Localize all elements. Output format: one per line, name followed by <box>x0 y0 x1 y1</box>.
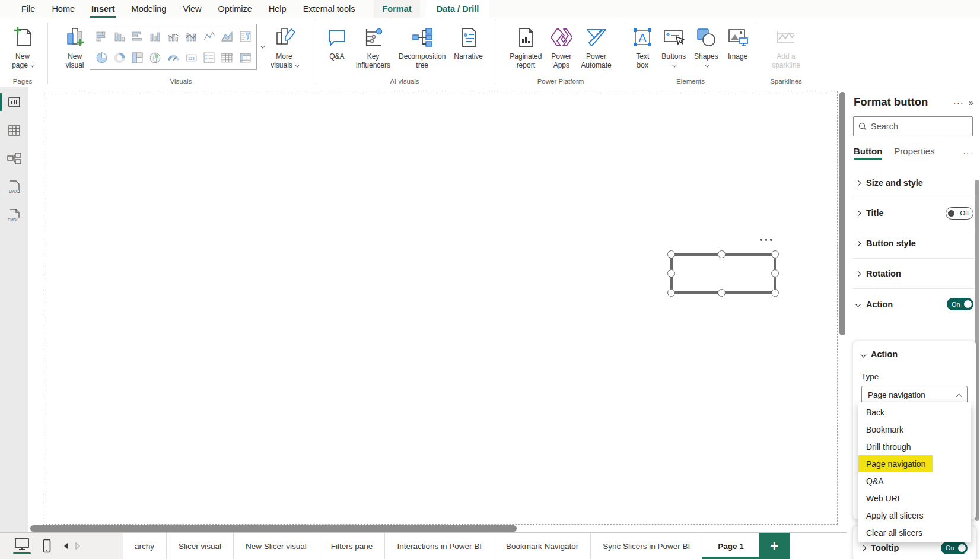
action-type-option-q-a[interactable]: Q&A <box>858 472 971 490</box>
stacked-bar-chart-icon[interactable] <box>94 29 109 43</box>
menu-tab-insert[interactable]: Insert <box>83 0 123 18</box>
next-page-arrow[interactable] <box>75 542 81 550</box>
sidebar-model-view-icon[interactable] <box>0 149 28 169</box>
report-page-tab-interactions-in-power-bi[interactable]: Interactions in Power BI <box>385 533 494 559</box>
visual-options-menu[interactable] <box>760 239 772 241</box>
menu-tab-format[interactable]: Format <box>374 0 419 18</box>
prev-page-arrow[interactable] <box>63 542 69 550</box>
action-type-option-apply-all-slicers[interactable]: Apply all slicers <box>858 507 971 524</box>
resize-handle-s[interactable] <box>718 289 726 297</box>
qna-button[interactable]: Q&A <box>322 23 352 61</box>
narrative-button[interactable]: Narrative <box>450 23 487 61</box>
resize-handle-n[interactable] <box>718 250 726 258</box>
area-chart-icon[interactable] <box>220 29 234 43</box>
resize-handle-sw[interactable] <box>667 289 675 297</box>
clustered-bar-chart-icon[interactable] <box>131 29 145 43</box>
more-visuals-button[interactable]: More visuals <box>266 23 302 70</box>
new-page-tab-button[interactable]: + <box>759 533 790 559</box>
report-page-tab-sync-slicers-in-power-bi[interactable]: Sync Slicers in Power BI <box>591 533 702 559</box>
title-toggle[interactable]: Off <box>946 207 973 220</box>
menu-tab-view[interactable]: View <box>174 0 209 18</box>
power-automate-button[interactable]: Power Automate <box>577 23 615 70</box>
resize-handle-se[interactable] <box>771 289 779 297</box>
section-rotation[interactable]: Rotation <box>852 259 976 289</box>
pie-chart-icon[interactable] <box>94 50 109 65</box>
action-toggle[interactable]: On <box>947 298 973 310</box>
image-button[interactable]: Image <box>723 23 753 61</box>
menu-tab-optimize[interactable]: Optimize <box>210 0 260 18</box>
multi-row-card-icon[interactable] <box>202 50 217 65</box>
new-page-button[interactable]: New page <box>8 23 37 70</box>
visual-gallery-expand-button[interactable] <box>257 24 266 70</box>
key-influencers-button[interactable]: Key influencers <box>352 23 394 70</box>
power-apps-button[interactable]: Power Apps <box>546 23 577 70</box>
stacked-column-chart-icon[interactable] <box>112 29 126 43</box>
clustered-column-chart-icon[interactable] <box>148 29 163 43</box>
line-chart-icon[interactable] <box>202 29 217 43</box>
tooltip-toggle[interactable]: On <box>941 542 968 554</box>
paginated-report-button[interactable]: Paginated report <box>505 23 546 70</box>
menu-tab-data-drill[interactable]: Data / Drill <box>426 0 490 18</box>
card-icon[interactable]: 123 <box>184 50 198 65</box>
shapes-button[interactable]: Shapes <box>690 23 723 70</box>
sidebar-report-view-icon[interactable] <box>0 92 28 112</box>
resize-handle-e[interactable] <box>771 269 779 277</box>
line-clustered-column-combo-chart-icon[interactable] <box>166 29 180 43</box>
pane-search-box[interactable] <box>853 116 973 136</box>
sidebar-tmdl-view-icon[interactable]: TMDL <box>0 206 28 226</box>
report-page-tab-new-slicer-visual[interactable]: New Slicer visual <box>234 533 319 559</box>
action-type-option-clear-all-slicers[interactable]: Clear all slicers <box>858 524 971 541</box>
pane-tab-properties[interactable]: Properties <box>894 146 934 160</box>
canvas-horizontal-scrollbar[interactable] <box>30 525 517 532</box>
menu-tab-file[interactable]: File <box>13 0 43 18</box>
donut-chart-icon[interactable] <box>112 50 126 65</box>
sidebar-table-view-icon[interactable] <box>0 120 28 141</box>
section-title[interactable]: TitleOff <box>852 198 976 228</box>
treemap-icon[interactable] <box>131 50 145 65</box>
line-stacked-column-combo-chart-icon[interactable] <box>184 29 198 43</box>
table-icon[interactable] <box>220 50 234 65</box>
pane-tab-button[interactable]: Button <box>854 146 882 160</box>
section-action[interactable]: ActionOn <box>852 289 976 319</box>
funnel-chart-icon[interactable] <box>238 29 252 43</box>
section-button-style[interactable]: Button style <box>852 228 976 259</box>
map-icon[interactable] <box>148 50 163 65</box>
menu-tab-modeling[interactable]: Modeling <box>123 0 175 18</box>
action-type-option-page-navigation[interactable]: Page navigation <box>858 455 971 472</box>
buttons-button[interactable]: Buttons <box>657 23 690 70</box>
resize-handle-nw[interactable] <box>667 250 675 258</box>
action-type-dropdown[interactable]: Page navigation <box>861 386 968 404</box>
menu-tab-help[interactable]: Help <box>260 0 295 18</box>
report-page-tab-archy[interactable]: archy <box>123 533 167 559</box>
action-type-option-back[interactable]: Back <box>858 404 971 421</box>
action-type-option-web-url[interactable]: Web URL <box>858 490 971 507</box>
new-visual-button[interactable]: New visual <box>60 23 90 70</box>
report-page-tab-bookmark-navigator[interactable]: Bookmark Navigator <box>494 533 591 559</box>
pane-tabs-more-icon[interactable]: ··· <box>963 148 973 158</box>
action-type-option-drill-through[interactable]: Drill through <box>858 438 971 455</box>
report-page-tab-filters-pane[interactable]: Filters pane <box>319 533 386 559</box>
menu-tab-home[interactable]: Home <box>43 0 83 18</box>
web-view-button[interactable] <box>13 538 31 554</box>
resize-handle-w[interactable] <box>667 269 675 277</box>
menu-tab-external-tools[interactable]: External tools <box>295 0 364 18</box>
report-page-tab-slicer-visual[interactable]: Slicer visual <box>167 533 234 559</box>
action-type-option-bookmark[interactable]: Bookmark <box>858 421 971 438</box>
selected-button-visual[interactable] <box>670 253 776 294</box>
decomposition-tree-button[interactable]: Decomposition tree <box>394 23 450 70</box>
search-input[interactable] <box>871 122 960 131</box>
canvas-vertical-scrollbar[interactable] <box>839 92 845 335</box>
report-canvas[interactable] <box>29 87 847 532</box>
chevron-right-icon <box>855 271 861 277</box>
sidebar-dax-query-view-icon[interactable]: DAX <box>0 177 28 198</box>
mobile-view-button[interactable] <box>43 539 51 553</box>
pane-collapse-icon[interactable]: » <box>969 97 974 107</box>
resize-handle-ne[interactable] <box>771 250 779 258</box>
matrix-icon[interactable] <box>238 50 252 65</box>
add-sparkline-button[interactable]: Add a sparkline <box>768 23 804 70</box>
text-box-button[interactable]: A Text box <box>628 23 657 70</box>
gauge-icon[interactable] <box>166 50 180 65</box>
pane-more-options-icon[interactable]: ··· <box>953 97 964 107</box>
report-page-tab-page-1[interactable]: Page 1 <box>702 533 759 559</box>
section-size-and-style[interactable]: Size and style <box>852 168 976 198</box>
